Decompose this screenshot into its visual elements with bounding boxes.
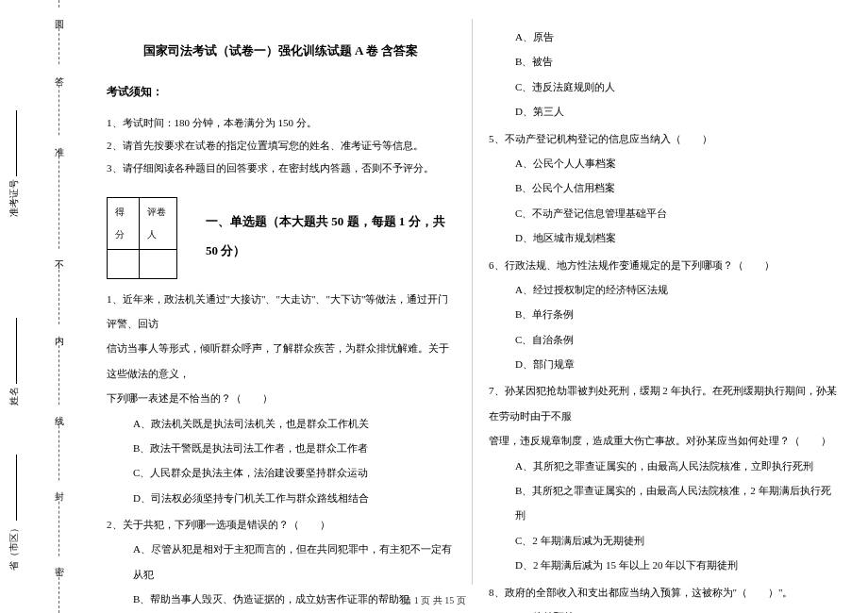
side-field-province: 省（市区） — [8, 456, 21, 572]
q5-opt-c: C、不动产登记信息管理基础平台 — [489, 201, 837, 225]
ticket-blank — [8, 111, 17, 177]
q5-opt-d: D、地区城市规划档案 — [489, 225, 837, 250]
q7-stem-line2: 管理，违反规章制度，造成重大伤亡事故。对孙某应当如何处理？（ ） — [489, 428, 837, 453]
column-divider — [472, 19, 473, 585]
q7-opt-a: A、其所犯之罪查证属实的，由最高人民法院核准，立即执行死刑 — [489, 454, 837, 478]
binding-char-2: 封 — [52, 481, 65, 494]
q1-stem-line2: 信访当事人等形式，倾听群众呼声，了解群众疾苦，为群众排忧解难。关于这些做法的意义… — [107, 336, 455, 386]
left-column: 国家司法考试（试卷一）强化训练试题 A 卷 含答案 考试须知： 1、考试时间：1… — [90, 19, 472, 585]
q6-opt-c: C、自治条例 — [489, 327, 837, 352]
page-footer: 第 1 页 共 15 页 — [0, 594, 868, 607]
binding-char-1: 密 — [52, 556, 65, 570]
binding-char-top: 圆 — [52, 9, 65, 23]
q2-opt-a: A、尽管从犯是相对于主犯而言的，但在共同犯罪中，有主犯不一定有从犯 — [107, 537, 455, 587]
q7-opt-c: C、2 年期满后减为无期徒刑 — [489, 528, 837, 553]
score-box: 得分 评卷人 — [107, 197, 177, 279]
score-cell — [108, 249, 140, 278]
q5-stem: 5、不动产登记机构登记的信息应当纳入（ ） — [489, 126, 837, 151]
binding-margin: 圆 答 准 不 内 线 封 密 省（市区） 姓名 准考证号 — [0, 0, 85, 613]
side-field-ticket: 准考证号 — [8, 111, 21, 218]
binding-char-7: 答 — [52, 66, 65, 79]
q6-opt-d: D、部门规章 — [489, 352, 837, 376]
q1-stem-line3: 下列哪一表述是不恰当的？（ ） — [107, 386, 455, 410]
name-label: 姓名 — [8, 387, 21, 406]
q2-stem: 2、关于共犯，下列哪一选项是错误的？（ ） — [107, 512, 455, 537]
q6-opt-a: A、经过授权制定的经济特区法规 — [489, 277, 837, 302]
province-label: 省（市区） — [8, 523, 21, 571]
q4-opt-d: D、第三人 — [489, 99, 837, 124]
marker-label: 评卷人 — [139, 197, 176, 249]
exam-title: 国家司法考试（试卷一）强化训练试题 A 卷 含答案 — [107, 36, 455, 65]
q4-opt-a: A、原告 — [489, 25, 837, 49]
binding-dashed-line — [58, 0, 59, 613]
section-1-title: 一、单选题（本大题共 50 题，每题 1 分，共 50 分） — [206, 207, 455, 265]
page-content: 国家司法考试（试卷一）强化训练试题 A 卷 含答案 考试须知： 1、考试时间：1… — [90, 19, 854, 585]
notice-2: 2、请首先按要求在试卷的指定位置填写您的姓名、准考证号等信息。 — [107, 134, 455, 157]
marker-cell — [139, 249, 176, 278]
q7-stem-line1: 7、孙某因犯抢劫罪被判处死刑，缓期 2 年执行。在死刑缓期执行期间，孙某在劳动时… — [489, 378, 837, 428]
q1-opt-c: C、人民群众是执法主体，法治建设要坚持群众运动 — [107, 460, 455, 485]
binding-char-6: 准 — [52, 137, 65, 150]
q5-opt-a: A、公民个人人事档案 — [489, 151, 837, 175]
q1-stem-line1: 1、近年来，政法机关通过"大接访"、"大走访"、"大下访"等做法，通过开门评警、… — [107, 287, 455, 337]
notice-3: 3、请仔细阅读各种题目的回答要求，在密封线内答题，否则不予评分。 — [107, 157, 455, 179]
q6-stem: 6、行政法规、地方性法规作变通规定的是下列哪项？（ ） — [489, 253, 837, 277]
q1-opt-a: A、政法机关既是执法司法机关，也是群众工作机关 — [107, 411, 455, 436]
binding-char-4: 内 — [52, 325, 65, 339]
notice-heading: 考试须知： — [107, 78, 455, 106]
binding-char-5: 不 — [52, 250, 65, 263]
name-blank — [8, 319, 17, 385]
q4-opt-b: B、被告 — [489, 49, 837, 74]
q4-opt-c: C、违反法庭规则的人 — [489, 75, 837, 99]
ticket-label: 准考证号 — [8, 179, 21, 217]
q1-opt-b: B、政法干警既是执法司法工作者，也是群众工作者 — [107, 436, 455, 460]
q6-opt-b: B、单行条例 — [489, 302, 837, 326]
q1-opt-d: D、司法权必须坚持专门机关工作与群众路线相结合 — [107, 486, 455, 510]
province-blank — [8, 456, 17, 522]
score-label: 得分 — [108, 197, 140, 249]
q7-opt-d: D、2 年期满后减为 15 年以上 20 年以下有期徒刑 — [489, 553, 837, 577]
side-field-name: 姓名 — [8, 319, 21, 406]
q5-opt-b: B、公民个人信用档案 — [489, 175, 837, 200]
q7-opt-b: B、其所犯之罪查证属实的，由最高人民法院核准，2 年期满后执行死刑 — [489, 478, 837, 528]
notice-1: 1、考试时间：180 分钟，本卷满分为 150 分。 — [107, 111, 455, 134]
right-column: A、原告 B、被告 C、违反法庭规则的人 D、第三人 5、不动产登记机构登记的信… — [472, 19, 854, 585]
binding-char-3: 线 — [52, 406, 65, 419]
